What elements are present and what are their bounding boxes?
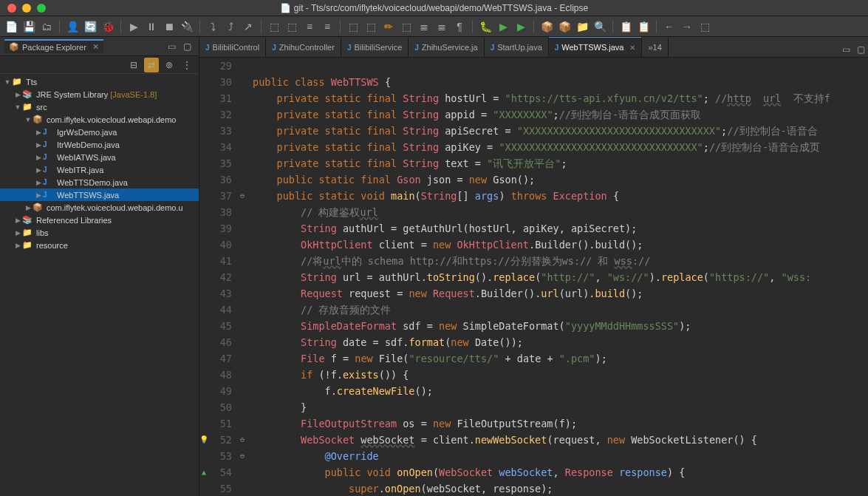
tree-folder[interactable]: ▶ 📁 libs bbox=[0, 226, 199, 239]
bug-icon[interactable]: 🐛 bbox=[477, 18, 493, 35]
expand-icon[interactable]: ▶ bbox=[13, 242, 22, 249]
window-title: 📄 git - Tts/src/com/iflytek/voicecloud/w… bbox=[280, 3, 588, 13]
expand-icon[interactable]: ▶ bbox=[13, 91, 22, 98]
pilcrow-icon[interactable]: ¶ bbox=[451, 18, 468, 35]
line-number-gutter[interactable]: 2930313233343536373839404142434445464748… bbox=[210, 58, 238, 496]
forward-icon[interactable]: → bbox=[679, 18, 695, 35]
expand-icon[interactable]: ▶ bbox=[34, 129, 43, 136]
tree-file[interactable]: ▶JWebTTSDemo.java bbox=[0, 176, 199, 188]
annotation-column: 💡▲ bbox=[199, 58, 210, 496]
step-return-icon[interactable]: ↗ bbox=[240, 18, 256, 35]
disconnect-icon[interactable]: 🔌 bbox=[179, 18, 195, 35]
tree-label: Referenced Libraries bbox=[36, 216, 112, 225]
tree-package[interactable]: ▶ 📦 com.iflytek.voicecloud.webapi.demo.u bbox=[0, 201, 199, 214]
expand-icon[interactable]: ▶ bbox=[34, 141, 43, 149]
toolbar-icon[interactable]: ⬚ bbox=[398, 18, 414, 35]
editor-tab[interactable]: JBilibiliControl bbox=[199, 38, 266, 57]
step-into-icon[interactable]: ⤵ bbox=[205, 18, 221, 35]
tree-jre[interactable]: ▶ 📚 JRE System Library [JavaSE-1.8] bbox=[0, 88, 199, 101]
java-file-icon: J bbox=[414, 44, 419, 52]
tree-file[interactable]: ▶JItrWebDemo.java bbox=[0, 138, 199, 151]
editor-tab[interactable]: JBilibiliService bbox=[341, 38, 409, 57]
package-icon: 📦 bbox=[33, 115, 44, 125]
menu-icon[interactable]: ⋮ bbox=[180, 58, 194, 72]
tree-file[interactable]: ▶JIgrWsDemo.java bbox=[0, 126, 199, 138]
filter-icon[interactable]: ⊚ bbox=[162, 58, 177, 72]
toolbar-icon[interactable]: ≡ bbox=[319, 18, 335, 35]
maximize-panel-icon[interactable]: ▢ bbox=[180, 39, 194, 54]
package-icon[interactable]: 📦 bbox=[556, 18, 573, 35]
tree-package[interactable]: ▼ 📦 com.iflytek.voicecloud.webapi.demo bbox=[0, 113, 199, 126]
editor-tab[interactable]: JWebTTSWS.java✕ bbox=[549, 37, 643, 57]
package-icon[interactable]: 📦 bbox=[539, 18, 555, 35]
expand-icon[interactable]: ▶ bbox=[13, 229, 22, 237]
save-button[interactable]: 💾 bbox=[21, 18, 37, 35]
editor-tab[interactable]: JStartUp.java bbox=[485, 38, 549, 57]
tree-reflib[interactable]: ▶ 📚 Referenced Libraries bbox=[0, 214, 199, 226]
fold-column[interactable]: ⊖⊖⊖ bbox=[238, 58, 248, 496]
toolbar-icon[interactable]: ⬚ bbox=[266, 18, 282, 35]
folder-icon[interactable]: 📁 bbox=[574, 18, 590, 35]
tree-file[interactable]: ▶JWebTTSWS.java bbox=[0, 188, 199, 201]
pause-icon[interactable]: ⏸ bbox=[143, 18, 160, 35]
tree-folder[interactable]: ▶ 📁 resource bbox=[0, 239, 199, 251]
editor-tab[interactable]: JZhihuController bbox=[266, 38, 341, 57]
window-title-text: git - Tts/src/com/iflytek/voicecloud/web… bbox=[294, 3, 588, 13]
link-editor-icon[interactable]: ⇄ bbox=[144, 58, 159, 72]
toolbar-icon[interactable]: ≣ bbox=[416, 18, 432, 35]
expand-icon[interactable]: ▶ bbox=[13, 217, 22, 224]
project-tree[interactable]: ▼ 📁 Tts ▶ 📚 JRE System Library [JavaSE-1… bbox=[0, 74, 199, 496]
close-icon[interactable]: ✕ bbox=[92, 42, 99, 52]
minimize-window-button[interactable] bbox=[22, 4, 31, 13]
search-icon[interactable]: 🔍 bbox=[592, 18, 608, 35]
tree-project[interactable]: ▼ 📁 Tts bbox=[0, 75, 199, 88]
maximize-window-button[interactable] bbox=[37, 4, 46, 13]
refresh-icon[interactable]: 🔄 bbox=[82, 18, 98, 35]
save-all-button[interactable]: 🗂 bbox=[38, 18, 55, 35]
toolbar-icon[interactable]: ✏ bbox=[380, 18, 397, 35]
step-over-icon[interactable]: ⤴ bbox=[222, 18, 239, 35]
expand-icon[interactable]: ▶ bbox=[34, 166, 43, 174]
close-window-button[interactable] bbox=[7, 4, 16, 13]
toolbar-icon[interactable]: ≡ bbox=[301, 18, 318, 35]
code-content[interactable]: public class WebTTSWS { private static f… bbox=[248, 58, 868, 496]
back-icon[interactable]: ← bbox=[661, 18, 677, 35]
editor-tab[interactable]: JZhihuService.ja bbox=[409, 38, 484, 57]
tree-file[interactable]: ▶JWebITR.java bbox=[0, 163, 199, 176]
library-icon: 📚 bbox=[22, 215, 34, 225]
minimize-icon[interactable]: ▭ bbox=[838, 42, 853, 57]
tab-overflow[interactable]: »14 bbox=[642, 38, 668, 57]
collapse-all-icon[interactable]: ⊟ bbox=[126, 58, 141, 72]
run-ext-icon[interactable]: ▶ bbox=[513, 18, 529, 35]
java-file-icon: J bbox=[555, 44, 559, 52]
tree-file[interactable]: ▶JWebIATWS.java bbox=[0, 151, 199, 163]
expand-icon[interactable]: ▶ bbox=[34, 191, 43, 199]
expand-icon[interactable]: ▶ bbox=[24, 204, 33, 211]
run-icon[interactable]: ▶ bbox=[495, 18, 511, 35]
panel-header: 📦 Package Explorer ✕ ▭ ▢ bbox=[0, 37, 199, 56]
toolbar-icon[interactable]: 📋 bbox=[618, 18, 634, 35]
new-button[interactable]: 📄 bbox=[3, 18, 19, 35]
expand-icon[interactable]: ▼ bbox=[13, 103, 22, 111]
toolbar-icon[interactable]: ⬚ bbox=[345, 18, 361, 35]
resume-icon[interactable]: ▶ bbox=[126, 18, 142, 35]
minimize-panel-icon[interactable]: ▭ bbox=[164, 39, 179, 54]
expand-icon[interactable]: ▼ bbox=[3, 78, 12, 86]
expand-icon[interactable]: ▶ bbox=[34, 154, 43, 161]
editor-body[interactable]: 💡▲ 2930313233343536373839404142434445464… bbox=[199, 58, 868, 496]
tree-src[interactable]: ▼ 📁 src bbox=[0, 101, 199, 113]
user-icon[interactable]: 👤 bbox=[64, 18, 81, 35]
toolbar-icon[interactable]: ≣ bbox=[434, 18, 450, 35]
package-explorer-tab[interactable]: 📦 Package Explorer ✕ bbox=[4, 39, 103, 53]
toolbar-icon[interactable]: 📋 bbox=[635, 18, 652, 35]
toolbar-icon[interactable]: ⬚ bbox=[363, 18, 379, 35]
close-tab-icon[interactable]: ✕ bbox=[629, 44, 635, 52]
expand-icon[interactable]: ▼ bbox=[24, 116, 33, 123]
maximize-icon[interactable]: ▢ bbox=[853, 42, 868, 57]
debug-icon[interactable]: 🐞 bbox=[100, 18, 116, 35]
panel-title: Package Explorer bbox=[22, 43, 86, 52]
stop-icon[interactable]: ⏹ bbox=[161, 18, 177, 35]
toolbar-icon[interactable]: ⬚ bbox=[284, 18, 300, 35]
expand-icon[interactable]: ▶ bbox=[34, 179, 43, 186]
toolbar-icon[interactable]: ⬚ bbox=[697, 18, 713, 35]
